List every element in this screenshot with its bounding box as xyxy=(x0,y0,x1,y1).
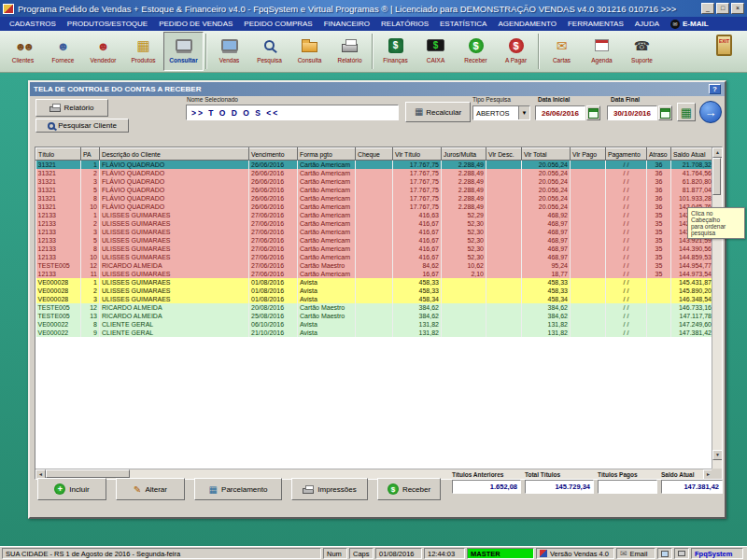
column-header-descricao-do-cliente[interactable]: Descrição do Cliente xyxy=(100,148,249,161)
impressoes-button[interactable]: Impressões xyxy=(291,478,368,500)
toolbar-button-consulta[interactable]: Consulta xyxy=(289,32,330,71)
menu-item-ferramentas[interactable]: FERRAMENTAS xyxy=(562,17,629,31)
minimize-button[interactable]: _ xyxy=(701,3,714,14)
column-header-vlr-total[interactable]: Vlr Total xyxy=(522,148,571,161)
toolbar-button-agenda[interactable]: Agenda xyxy=(582,32,622,71)
table-row[interactable]: 313215FLÁVIO QUADRADO26/06/2016Cartão Am… xyxy=(36,186,714,194)
search-type-select[interactable]: ABERTOS ▼ xyxy=(472,105,530,120)
toolbar-button-exit[interactable]: EXIT xyxy=(704,32,744,71)
grid-cell: Cartão Americam xyxy=(298,169,356,177)
vertical-scrollbar[interactable]: ▲ ▼ xyxy=(712,147,722,470)
column-header-saldo-atual[interactable]: Saldo Atual xyxy=(671,148,714,161)
table-row[interactable]: 313212FLÁVIO QUADRADO26/06/2016Cartão Am… xyxy=(36,169,714,177)
grid-cell: 26/06/2016 xyxy=(249,161,298,170)
date-end-calendar-button[interactable] xyxy=(658,105,672,120)
receber-button[interactable]: $Receber xyxy=(377,478,441,500)
go-refresh-button[interactable]: → xyxy=(699,101,722,123)
menu-item-agendamento[interactable]: AGENDAMENTO xyxy=(492,17,562,31)
table-row[interactable]: 1213310ULISSES GUIMARAES27/06/2016Cartão… xyxy=(36,253,714,261)
column-header-atraso[interactable]: Atraso xyxy=(647,148,671,161)
table-row[interactable]: 121331ULISSES GUIMARAES27/06/2016Cartão … xyxy=(36,211,714,219)
column-header-pagamento[interactable]: Pagamento xyxy=(606,148,647,161)
column-header-forma-pgto[interactable]: Forma pgto xyxy=(298,148,356,161)
search-client-button[interactable]: Pesquisar Cliente xyxy=(35,119,129,133)
horizontal-scroll-thumb[interactable] xyxy=(46,469,130,478)
help-button[interactable]: ? xyxy=(709,84,721,94)
toolbar-button-receber[interactable]: Receber xyxy=(456,32,496,71)
table-row[interactable]: TESTE00513RICARDO ALMEIDA25/08/2016Cartã… xyxy=(36,312,714,320)
table-row[interactable]: 121333ULISSES GUIMARAES27/06/2016Cartão … xyxy=(36,228,714,236)
toolbar-button-suporte[interactable]: Suporte xyxy=(622,32,662,71)
table-row[interactable]: 121338ULISSES GUIMARAES27/06/2016Cartão … xyxy=(36,245,714,253)
menu-item-estatistica[interactable]: ESTATÍSTICA xyxy=(434,17,492,31)
toolbar-button-produtos[interactable]: Produtos xyxy=(123,32,163,71)
toolbar-button-vendas[interactable]: Vendas xyxy=(209,32,249,71)
column-header-vlr-titulo[interactable]: Vlr Título xyxy=(393,148,442,161)
vertical-scroll-thumb[interactable] xyxy=(712,158,721,195)
toolbar-button-label: Relatório xyxy=(337,57,361,63)
close-button[interactable]: × xyxy=(731,3,744,14)
column-header-cheque[interactable]: Cheque xyxy=(356,148,393,161)
date-end-input[interactable] xyxy=(607,105,657,120)
table-row[interactable]: VE0000228CLIENTE GERAL06/10/2016Avista13… xyxy=(36,320,714,329)
table-row[interactable]: 3132110FLÁVIO QUADRADO26/06/2016Cartão A… xyxy=(36,203,714,211)
toolbar-button-vendedor[interactable]: Vendedor xyxy=(83,32,123,71)
grid-cell: TESTE005 xyxy=(36,261,81,270)
table-row[interactable]: 313218FLÁVIO QUADRADO26/06/2016Cartão Am… xyxy=(36,194,714,203)
column-header-pa[interactable]: PA xyxy=(81,148,100,161)
date-start-calendar-button[interactable] xyxy=(586,105,600,120)
chevron-down-icon[interactable]: ▼ xyxy=(518,106,529,119)
alterar-button[interactable]: ✎Alterar xyxy=(116,478,185,500)
table-row[interactable]: VE0000281ULISSES GUIMARAES01/08/2016Avis… xyxy=(36,278,714,287)
scroll-down-icon[interactable]: ▼ xyxy=(712,450,723,460)
column-header-titulo[interactable]: Título xyxy=(36,148,81,161)
grid-cell xyxy=(356,253,393,261)
column-header-vlr-pago[interactable]: Vlr Pago xyxy=(571,148,606,161)
toolbar-button-pesquisa[interactable]: Pesquisa xyxy=(249,32,289,71)
menu-item-financeiro[interactable]: FINANCEIRO xyxy=(318,17,375,31)
selected-name-input[interactable] xyxy=(186,105,399,120)
letters-envelope-icon xyxy=(557,37,568,54)
toolbar-button-consultar[interactable]: Consultar xyxy=(163,32,204,71)
parcelamento-button[interactable]: ▦Parcelamento xyxy=(194,478,282,500)
table-row[interactable]: 313213FLÁVIO QUADRADO26/06/2016Cartão Am… xyxy=(36,177,714,186)
table-row[interactable]: TESTE00512RICARDO ALMEIDA27/06/2016Cartã… xyxy=(36,261,714,270)
toolbar-button-cartas[interactable]: Cartas xyxy=(542,32,582,71)
grid-cell: Avista xyxy=(298,278,356,287)
menu-item-ajuda[interactable]: AJUDA xyxy=(629,17,665,31)
column-header-vlr-desc[interactable]: Vlr Desc. xyxy=(486,148,522,161)
table-row[interactable]: TESTE00512RICARDO ALMEIDA20/08/2016Cartã… xyxy=(36,303,714,312)
table-row[interactable]: VE0000282ULISSES GUIMARAES01/08/2016Avis… xyxy=(36,287,714,295)
agenda-calendar-icon xyxy=(595,39,609,51)
table-row[interactable]: VE0000229CLIENTE GERAL21/10/2016Avista13… xyxy=(36,329,714,337)
recalculate-button[interactable]: ▦ Recalcular xyxy=(405,102,471,122)
menu-item-email[interactable]: E-MAIL xyxy=(683,20,709,28)
menu-item-relatorios[interactable]: RELATÓRIOS xyxy=(375,17,434,31)
menu-item-cadastros[interactable]: CADASTROS xyxy=(4,17,62,31)
column-header-juros-multa[interactable]: Juros/Multa xyxy=(442,148,486,161)
table-row[interactable]: 1213311ULISSES GUIMARAES27/06/2016Cartão… xyxy=(36,270,714,278)
toolbar-button-relatorio[interactable]: Relatório xyxy=(330,32,370,71)
table-row[interactable]: 121335ULISSES GUIMARAES27/06/2016Cartão … xyxy=(36,236,714,245)
toolbar-button-a-pagar[interactable]: A Pagar xyxy=(496,32,536,71)
export-grid-button[interactable]: ▦ xyxy=(677,103,696,121)
column-header-vencimento[interactable]: Vencimento xyxy=(249,148,298,161)
scroll-up-icon[interactable]: ▲ xyxy=(712,147,723,158)
email-status: Email xyxy=(616,548,655,559)
table-row[interactable]: 121332ULISSES GUIMARAES27/06/2016Cartão … xyxy=(36,219,714,228)
table-row[interactable]: 313211FLÁVIO QUADRADO26/06/2016Cartão Am… xyxy=(36,161,714,170)
maximize-button[interactable]: □ xyxy=(716,3,729,14)
date-start-input[interactable] xyxy=(535,105,585,120)
menu-item-produtos-estoque[interactable]: PRODUTOS/ESTOQUE xyxy=(62,17,153,31)
toolbar-button-caixa[interactable]: CAIXA xyxy=(416,32,456,71)
toolbar-button-fornece[interactable]: Fornece xyxy=(43,32,83,71)
table-row[interactable]: VE0000283ULISSES GUIMARAES01/08/2016Avis… xyxy=(36,295,714,303)
summary-saldo-atual: Saldo Atual147.381,42 xyxy=(661,471,723,494)
grid-cell: Avista xyxy=(298,295,356,303)
menu-item-pedido-de-vendas[interactable]: PEDIDO DE VENDAS xyxy=(153,17,238,31)
toolbar-button-clientes[interactable]: Clientes xyxy=(3,32,43,71)
menu-item-pedido-compras[interactable]: PEDIDO COMPRAS xyxy=(238,17,317,31)
incluir-button[interactable]: +Incluir xyxy=(37,478,106,500)
report-button[interactable]: Relatório xyxy=(35,99,108,117)
toolbar-button-financas[interactable]: Finanças xyxy=(375,32,416,71)
